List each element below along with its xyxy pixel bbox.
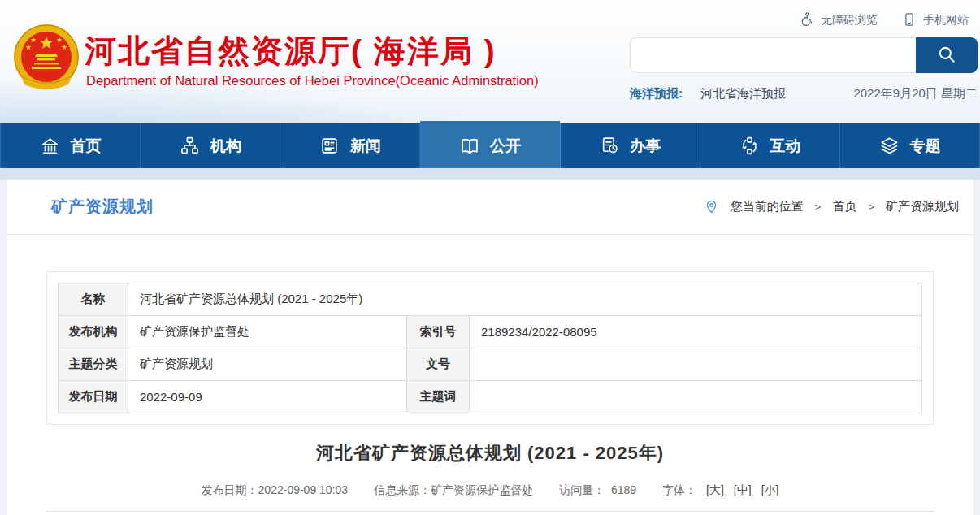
nav-label: 专题 xyxy=(909,136,940,157)
nav-label: 新闻 xyxy=(350,136,381,157)
field-label: 主题分类 xyxy=(59,348,128,381)
nav-item-interaction[interactable]: 互动 xyxy=(700,123,840,168)
source-label: 信息来源： xyxy=(374,483,431,496)
location-label: 您当前的位置 xyxy=(731,199,804,214)
visits-label: 访问量： xyxy=(559,483,605,496)
table-row: 发布日期 2022-09-09 主题词 xyxy=(59,381,922,413)
news-icon xyxy=(319,136,340,157)
field-label: 主题词 xyxy=(407,381,470,413)
document-clock-icon xyxy=(599,136,620,157)
search-icon xyxy=(936,44,957,67)
nav-label: 机构 xyxy=(210,136,241,157)
breadcrumb-bar: 矿产资源规划 您当前的位置 > 首页 > 矿产资源规划 xyxy=(7,180,973,235)
font-size-controls: 字体：[大][中][小] xyxy=(662,483,778,498)
visits-value: 6189 xyxy=(611,483,636,496)
main-navigation: 首页 机构 新闻 公开 xyxy=(0,123,980,168)
search-input[interactable] xyxy=(630,37,916,73)
article-meta-bar: 发布日期：2022-09-09 10:03 信息来源：矿产资源保护监督处 访问量… xyxy=(7,483,973,498)
document-info-box: 名称 河北省矿产资源总体规划 (2021 - 2025年) 发布机构 矿产资源保… xyxy=(46,271,934,425)
current-date: 2022年9月20日 星期二 xyxy=(853,86,978,102)
field-label: 发布机构 xyxy=(59,316,128,348)
nav-item-news[interactable]: 新闻 xyxy=(280,123,420,168)
forecast-label: 海洋预报: xyxy=(630,86,683,102)
article-title: 河北省矿产资源总体规划 (2021 - 2025年) xyxy=(7,441,973,465)
field-label: 发布日期 xyxy=(59,381,128,413)
field-value-keywords xyxy=(470,381,922,413)
nav-label: 互动 xyxy=(770,136,800,157)
interaction-cycle-icon xyxy=(739,136,760,157)
breadcrumb-separator: > xyxy=(815,201,822,213)
nav-item-services[interactable]: 办事 xyxy=(561,123,700,168)
source-value: 矿产资源保护监督处 xyxy=(431,483,533,496)
field-value-publish-date: 2022-09-09 xyxy=(128,381,407,413)
national-emblem-logo xyxy=(10,21,83,96)
site-search xyxy=(630,37,978,73)
main-content: 矿产资源规划 您当前的位置 > 首页 > 矿产资源规划 名称 河北省矿产资源总体… xyxy=(7,180,973,515)
article-visits: 访问量： 6189 xyxy=(559,483,636,498)
mobile-site-link[interactable]: 手机网站 xyxy=(902,11,969,29)
field-value-doc-number xyxy=(470,348,922,381)
publish-date-value: 2022-09-09 10:03 xyxy=(258,483,349,496)
utility-links: 无障碍浏览 手机网站 xyxy=(799,11,969,29)
nav-item-public-disclosure[interactable]: 公开 xyxy=(420,123,560,168)
site-header: 无障碍浏览 手机网站 xyxy=(0,0,980,123)
field-label: 索引号 xyxy=(407,316,470,348)
publish-date-label: 发布日期： xyxy=(202,483,258,496)
location-pin-icon xyxy=(704,199,719,214)
nav-item-organization[interactable]: 机构 xyxy=(141,123,280,168)
forecast-bar: 海洋预报: 河北省海洋预报 2022年9月20日 星期二 xyxy=(630,86,978,102)
nav-bottom-strip xyxy=(0,168,980,180)
page-title: 矿产资源规划 xyxy=(51,196,154,218)
home-building-icon xyxy=(40,136,61,157)
nav-label: 公开 xyxy=(490,136,521,157)
article-source: 信息来源：矿产资源保护监督处 xyxy=(374,483,533,498)
search-button[interactable] xyxy=(916,37,978,73)
field-label: 文号 xyxy=(407,348,470,381)
breadcrumb-home-link[interactable]: 首页 xyxy=(832,199,856,214)
breadcrumb: 您当前的位置 > 首页 > 矿产资源规划 xyxy=(704,199,959,214)
field-value-index-number: 2189234/2022-08095 xyxy=(470,316,922,348)
font-size-small-button[interactable]: [小] xyxy=(761,483,779,496)
dotted-divider xyxy=(46,511,934,512)
mobile-phone-icon xyxy=(902,12,917,29)
font-size-medium-button[interactable]: [中] xyxy=(734,483,752,496)
field-label: 名称 xyxy=(59,283,128,316)
accessibility-label: 无障碍浏览 xyxy=(821,13,878,28)
article-publish-date: 发布日期：2022-09-09 10:03 xyxy=(202,483,349,498)
nav-item-home[interactable]: 首页 xyxy=(0,123,141,168)
site-subtitle: Department of Natural Resources of Hebei… xyxy=(86,73,539,89)
field-value-issuing-agency: 矿产资源保护监督处 xyxy=(128,316,407,348)
forecast-link[interactable]: 河北省海洋预报 xyxy=(700,86,786,102)
open-book-icon xyxy=(459,136,480,157)
table-row: 名称 河北省矿产资源总体规划 (2021 - 2025年) xyxy=(59,283,922,316)
nav-label: 首页 xyxy=(71,136,102,157)
table-row: 发布机构 矿产资源保护监督处 索引号 2189234/2022-08095 xyxy=(59,316,922,348)
nav-label: 办事 xyxy=(630,136,661,157)
font-size-large-button[interactable]: [大] xyxy=(706,483,724,496)
field-value-topic-category: 矿产资源规划 xyxy=(128,348,407,381)
document-info-table: 名称 河北省矿产资源总体规划 (2021 - 2025年) 发布机构 矿产资源保… xyxy=(58,283,922,413)
wheelchair-icon xyxy=(799,11,814,29)
font-size-label: 字体： xyxy=(662,483,696,496)
site-title: 河北省自然资源厅( 海洋局 ) xyxy=(85,29,497,73)
mobile-site-label: 手机网站 xyxy=(923,13,969,28)
table-row: 主题分类 矿产资源规划 文号 xyxy=(59,348,922,381)
breadcrumb-separator: > xyxy=(868,201,874,213)
field-value-name: 河北省矿产资源总体规划 (2021 - 2025年) xyxy=(128,283,922,316)
accessibility-link[interactable]: 无障碍浏览 xyxy=(799,11,878,29)
nav-item-special-topics[interactable]: 专题 xyxy=(840,123,980,168)
breadcrumb-current: 矿产资源规划 xyxy=(886,199,959,214)
layers-icon xyxy=(878,136,900,157)
org-chart-icon xyxy=(180,136,201,157)
